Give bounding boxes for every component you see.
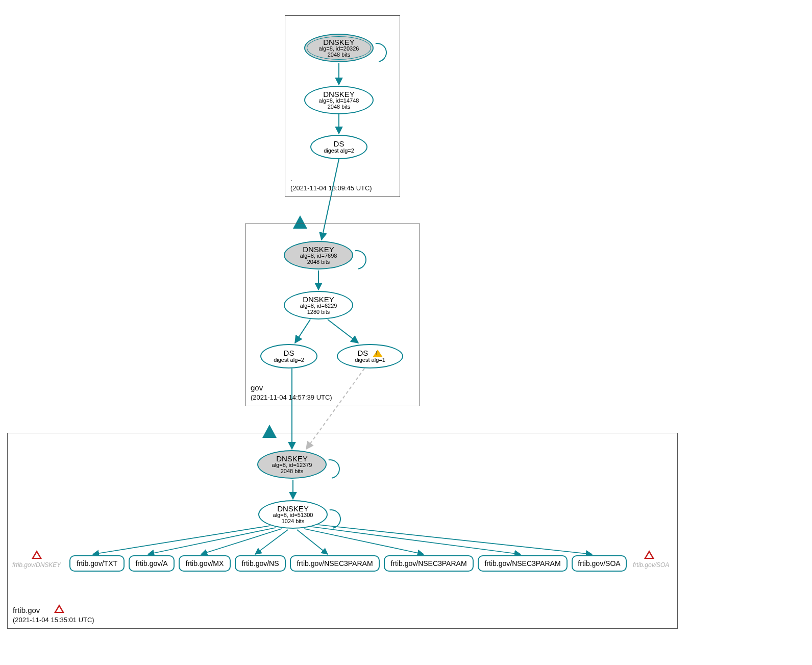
record-a: frtib.gov/A <box>129 555 175 572</box>
dnssec-diagram: . (2021-11-04 13:09:45 UTC) DNSKEY alg=8… <box>0 0 812 665</box>
ds-label: DS <box>357 349 368 357</box>
node-title: DNSKEY <box>323 90 355 98</box>
node-root-ds: DS digest alg=2 <box>310 135 367 159</box>
node-title: DNSKEY <box>277 505 309 513</box>
node-title: DNSKEY <box>276 455 308 463</box>
node-gov-ds1: DS digest alg=1 <box>337 344 403 368</box>
ghost-dnskey: frtib.gov/DNSKEY <box>12 561 61 569</box>
node-root-zsk: DNSKEY alg=8, id=14748 2048 bits <box>304 86 374 114</box>
node-line2: 1280 bits <box>307 309 330 315</box>
node-gov-ksk: DNSKEY alg=8, id=7698 2048 bits <box>284 241 353 269</box>
node-title: DNSKEY <box>303 245 334 254</box>
node-line1: digest alg=2 <box>274 357 304 363</box>
node-gov-zsk: DNSKEY alg=8, id=6229 1280 bits <box>284 291 353 319</box>
zone-name-frtib: frtib.gov <box>13 606 40 614</box>
node-title: DS <box>284 349 294 357</box>
node-line2: 2048 bits <box>328 104 351 110</box>
record-txt: frtib.gov/TXT <box>69 555 125 572</box>
node-frtib-ksk: DNSKEY alg=8, id=12379 2048 bits <box>257 450 327 479</box>
node-title: DS <box>334 140 345 148</box>
zone-ts-gov: (2021-11-04 14:57:39 UTC) <box>251 393 332 401</box>
zone-ts-root: (2021-11-04 13:09:45 UTC) <box>290 184 372 192</box>
node-line1: digest alg=2 <box>324 148 354 154</box>
record-nsec3param-3: frtib.gov/NSEC3PARAM <box>478 555 568 572</box>
record-nsec3param-1: frtib.gov/NSEC3PARAM <box>290 555 380 572</box>
zone-name-gov: gov <box>251 383 263 392</box>
warning-icon <box>373 350 383 357</box>
zone-name-root: . <box>290 174 292 183</box>
node-line1: digest alg=1 <box>355 357 385 363</box>
node-line1: alg=8, id=20326 <box>319 46 359 52</box>
node-line2: 1024 bits <box>282 519 305 525</box>
node-line2: 2048 bits <box>307 259 330 265</box>
zone-ts-frtib: (2021-11-04 15:35:01 UTC) <box>13 616 94 624</box>
record-nsec3param-2: frtib.gov/NSEC3PARAM <box>384 555 474 572</box>
zone-box-frtib: frtib.gov (2021-11-04 15:35:01 UTC) <box>7 433 678 629</box>
node-title: DNSKEY <box>303 295 334 304</box>
record-mx: frtib.gov/MX <box>179 555 231 572</box>
node-line2: 2048 bits <box>328 52 351 58</box>
warning-icon <box>54 604 64 613</box>
node-title: DS <box>357 349 382 358</box>
node-frtib-zsk: DNSKEY alg=8, id=51300 1024 bits <box>258 500 328 529</box>
record-ns: frtib.gov/NS <box>235 555 286 572</box>
warning-icon <box>32 550 42 559</box>
node-title: DNSKEY <box>323 38 355 46</box>
node-line2: 2048 bits <box>281 469 304 475</box>
node-gov-ds2: DS digest alg=2 <box>260 344 317 368</box>
node-root-ksk: DNSKEY alg=8, id=20326 2048 bits <box>304 34 374 62</box>
ghost-soa: frtib.gov/SOA <box>633 561 669 569</box>
record-soa: frtib.gov/SOA <box>572 555 627 572</box>
warning-icon <box>644 550 654 559</box>
